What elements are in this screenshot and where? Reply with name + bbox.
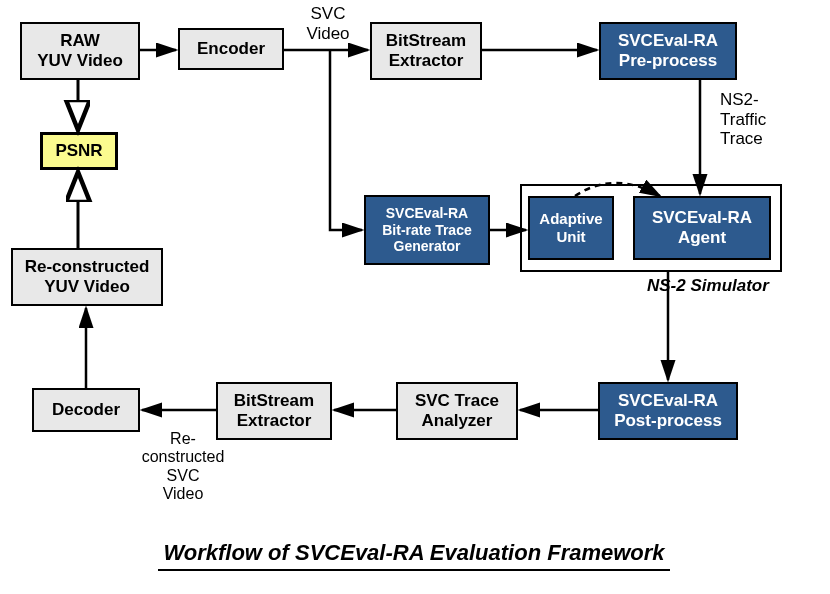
node-decoder-label: Decoder	[52, 400, 120, 420]
diagram-caption: Workflow of SVCEval-RA Evaluation Framew…	[158, 540, 670, 571]
node-postprocess-label: SVCEval-RAPost-process	[614, 391, 722, 432]
node-preprocess-label: SVCEval-RAPre-process	[618, 31, 718, 72]
node-adaptive-label: AdaptiveUnit	[539, 210, 602, 246]
node-decoder: Decoder	[32, 388, 140, 432]
ns2-simulator-label: NS-2 Simulator	[647, 276, 769, 296]
node-bitstream1-label: BitStreamExtractor	[386, 31, 466, 72]
node-agent-label: SVCEval-RAAgent	[652, 208, 752, 249]
label-svc-video: SVCVideo	[298, 4, 358, 43]
node-raw-yuv-label: RAWYUV Video	[37, 31, 123, 72]
node-bitstream2-label: BitStreamExtractor	[234, 391, 314, 432]
node-psnr-label: PSNR	[55, 141, 102, 161]
node-preprocess: SVCEval-RAPre-process	[599, 22, 737, 80]
node-raw-yuv: RAWYUV Video	[20, 22, 140, 80]
label-ns2-traffic: NS2-TrafficTrace	[720, 90, 790, 149]
node-encoder-label: Encoder	[197, 39, 265, 59]
node-psnr: PSNR	[40, 132, 118, 170]
node-adaptive-unit: AdaptiveUnit	[528, 196, 614, 260]
node-encoder: Encoder	[178, 28, 284, 70]
node-bitrategen-label: SVCEval-RABit-rate TraceGenerator	[382, 205, 471, 255]
node-bitstream-extractor-1: BitStreamExtractor	[370, 22, 482, 80]
node-postprocess: SVCEval-RAPost-process	[598, 382, 738, 440]
node-agent: SVCEval-RAAgent	[633, 196, 771, 260]
node-reconstructed-yuv: Re-constructedYUV Video	[11, 248, 163, 306]
node-reconstructed-label: Re-constructedYUV Video	[25, 257, 150, 298]
node-bitrate-generator: SVCEval-RABit-rate TraceGenerator	[364, 195, 490, 265]
diagram-canvas: RAWYUV Video Encoder BitStreamExtractor …	[0, 0, 830, 594]
node-svcanalyzer-label: SVC TraceAnalyzer	[415, 391, 499, 432]
label-recon-svc: Re-constructedSVCVideo	[128, 430, 238, 504]
node-svc-trace-analyzer: SVC TraceAnalyzer	[396, 382, 518, 440]
